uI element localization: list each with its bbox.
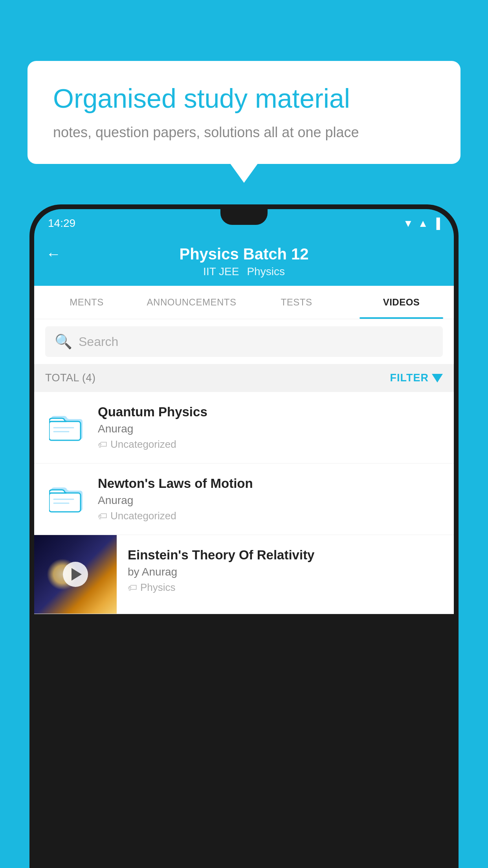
status-bar: 14:29 ▼ ▲ ▐ — [34, 209, 454, 237]
total-count: TOTAL (4) — [45, 372, 96, 384]
phone-frame: 14:29 ▼ ▲ ▐ ← Physics Batch 12 IIT JEE P… — [29, 204, 459, 868]
list-item[interactable]: Newton's Laws of Motion Anurag 🏷 Uncateg… — [34, 463, 454, 535]
play-icon — [72, 568, 82, 581]
back-button[interactable]: ← — [46, 246, 61, 263]
video-author: Anurag — [98, 423, 443, 435]
video-tag: 🏷 Uncategorized — [98, 510, 443, 522]
header-subtitle: IIT JEE Physics — [203, 265, 285, 278]
wifi-icon: ▼ — [403, 217, 413, 230]
list-item[interactable]: Einstein's Theory Of Relativity by Anura… — [34, 535, 454, 614]
filter-label: FILTER — [390, 372, 429, 384]
header-subtitle-iitjee: IIT JEE — [203, 265, 239, 278]
speech-bubble: Organised study material notes, question… — [28, 61, 460, 164]
video-list: Quantum Physics Anurag 🏷 Uncategorized — [34, 392, 454, 614]
phone-inner: 14:29 ▼ ▲ ▐ ← Physics Batch 12 IIT JEE P… — [34, 209, 454, 868]
play-button[interactable] — [63, 562, 88, 587]
phone-notch — [220, 209, 268, 225]
tabs-bar: MENTS ANNOUNCEMENTS TESTS VIDEOS — [34, 286, 454, 319]
search-icon: 🔍 — [55, 333, 72, 350]
tag-label: Uncategorized — [110, 438, 176, 451]
video-tag: 🏷 Uncategorized — [98, 438, 443, 451]
folder-icon — [49, 410, 84, 442]
tab-tests[interactable]: TESTS — [244, 286, 349, 319]
header-title: Physics Batch 12 — [179, 245, 308, 263]
video-title: Einstein's Theory Of Relativity — [128, 548, 443, 563]
status-icons: ▼ ▲ ▐ — [403, 217, 440, 230]
tab-documents[interactable]: MENTS — [34, 286, 139, 319]
search-bar[interactable]: 🔍 Search — [45, 326, 443, 357]
signal-icon: ▲ — [418, 217, 428, 230]
video-tag: 🏷 Physics — [128, 581, 443, 594]
header-top: ← Physics Batch 12 — [46, 245, 442, 263]
tab-announcements[interactable]: ANNOUNCEMENTS — [139, 286, 244, 319]
video-title: Quantum Physics — [98, 405, 443, 419]
bubble-title: Organised study material — [53, 83, 435, 115]
video-author: by Anurag — [128, 566, 443, 578]
tag-icon: 🏷 — [98, 439, 107, 450]
list-item[interactable]: Quantum Physics Anurag 🏷 Uncategorized — [34, 392, 454, 463]
battery-icon: ▐ — [433, 217, 440, 230]
filter-bar: TOTAL (4) FILTER — [34, 364, 454, 392]
video-info: Newton's Laws of Motion Anurag 🏷 Uncateg… — [98, 476, 443, 522]
folder-icon-container — [45, 476, 88, 519]
svg-rect-1 — [49, 421, 81, 440]
status-time: 14:29 — [48, 217, 75, 230]
video-info: Quantum Physics Anurag 🏷 Uncategorized — [98, 405, 443, 451]
video-info: Einstein's Theory Of Relativity by Anura… — [117, 535, 454, 606]
video-title: Newton's Laws of Motion — [98, 476, 443, 491]
search-container: 🔍 Search — [34, 319, 454, 364]
search-input[interactable]: Search — [79, 335, 118, 349]
tag-label: Physics — [140, 581, 176, 594]
svg-rect-5 — [49, 493, 81, 512]
header-subtitle-physics: Physics — [247, 265, 284, 278]
folder-icon — [49, 482, 84, 513]
video-thumbnail — [34, 535, 117, 614]
app-header: ← Physics Batch 12 IIT JEE Physics — [34, 237, 454, 286]
tag-icon: 🏷 — [98, 511, 107, 522]
filter-icon — [432, 374, 443, 383]
tag-label: Uncategorized — [110, 510, 176, 522]
speech-bubble-container: Organised study material notes, question… — [28, 61, 460, 164]
bubble-subtitle: notes, question papers, solutions all at… — [53, 123, 435, 142]
tab-videos[interactable]: VIDEOS — [349, 286, 454, 319]
tag-icon: 🏷 — [128, 582, 137, 593]
folder-icon-container — [45, 405, 88, 448]
filter-button[interactable]: FILTER — [390, 372, 443, 384]
video-author: Anurag — [98, 494, 443, 507]
